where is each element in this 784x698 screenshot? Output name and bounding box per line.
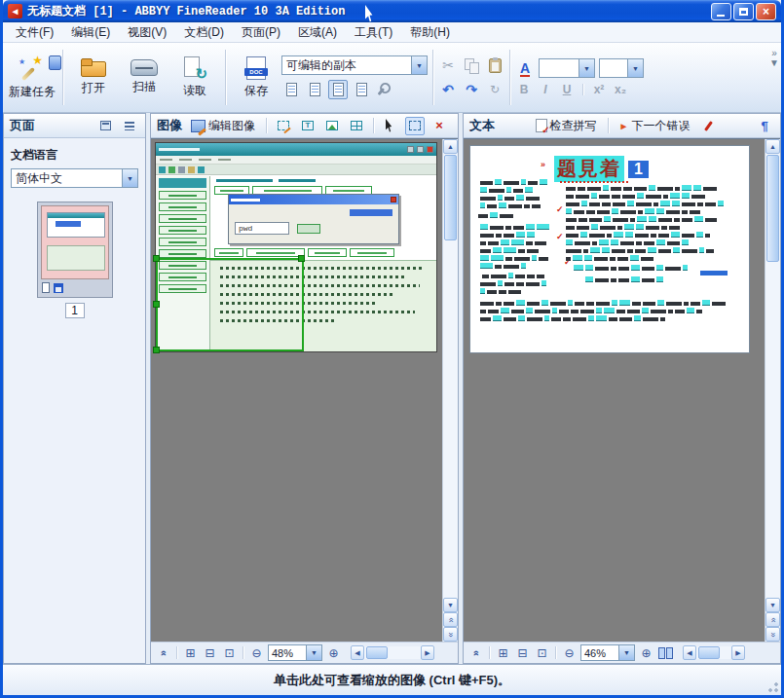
layout-plain-text-button[interactable] [352,80,371,99]
menu-tools[interactable]: 工具(T) [346,21,401,44]
repeat-button[interactable]: ↻ [485,80,504,99]
fit-page-button[interactable]: ⊞ [182,645,199,661]
selection-handle[interactable] [153,301,160,308]
fit-width-button[interactable]: ⊟ [514,645,531,661]
scroll-track[interactable] [765,154,780,598]
close-button[interactable]: × [756,3,776,20]
scroll-thumb[interactable] [698,646,720,659]
page-number[interactable]: 1 [65,303,85,318]
image-horizontal-scrollbar[interactable]: ◀ ▶ [351,645,434,660]
menu-area[interactable]: 区域(A) [289,21,346,44]
check-spelling-button[interactable]: 检查拼写 [532,116,601,136]
zoom-in-button[interactable]: ⊕ [325,645,342,661]
scroll-down-button[interactable]: ▼ [443,598,458,612]
italic-button[interactable]: I [537,83,554,96]
maximize-button[interactable] [733,3,754,20]
menu-file[interactable]: 文件(F) [7,21,62,44]
layout-formatted-text-button[interactable] [328,80,348,99]
text-zoom-combo[interactable]: 46% ▼ [580,644,635,661]
image-region-button[interactable] [322,117,342,135]
scanned-image[interactable]: pwd [155,142,437,352]
image-zoom-combo[interactable]: 48% ▼ [268,644,322,661]
cut-button[interactable]: ✂ [438,55,458,75]
redo-button[interactable]: ↷ [462,80,481,99]
superscript-button[interactable]: x² [590,83,608,96]
new-task-button[interactable]: ★ ★ 新建任务 [7,46,57,109]
titlebar[interactable]: ◄ 无标题文档 [1] - ABBYY FineReader 10 3A Edi… [3,0,781,22]
chevron-down-icon[interactable]: ▼ [618,645,634,660]
text-horizontal-scrollbar[interactable]: ◀ ▶ [683,645,745,660]
scroll-thumb[interactable] [444,155,457,240]
next-error-button[interactable]: ► 下一个错误 [616,116,694,136]
save-button[interactable]: DOC 保存 [231,46,281,109]
menu-document[interactable]: 文档(D) [175,21,233,44]
next-page-button[interactable]: » [765,627,780,642]
zoom-out-button[interactable]: ⊖ [561,645,578,661]
scroll-track[interactable] [364,646,421,659]
scan-button[interactable]: 扫描 [119,46,169,109]
scroll-right-button[interactable]: ▶ [731,645,745,660]
selection-handle[interactable] [153,255,160,262]
selection-handle[interactable] [298,255,305,262]
language-combo[interactable]: 简体中文 ▼ [11,168,138,188]
resize-grip[interactable] [767,681,779,693]
actual-size-button[interactable]: ⊡ [221,645,238,661]
region-selection[interactable] [156,258,304,351]
text-vertical-scrollbar[interactable]: ▲ ▼ » » [765,139,780,642]
paste-button[interactable] [485,55,504,75]
copy-button[interactable] [462,55,481,75]
formatting-marks-button[interactable]: ¶ [755,117,774,135]
previous-page-button[interactable]: » [443,612,458,627]
actual-size-button[interactable]: ⊡ [534,645,550,661]
read-button[interactable]: 读取 [169,46,220,109]
previous-page-button[interactable]: » [765,612,780,627]
underline-button[interactable]: U [558,83,576,96]
ocr-text-page[interactable]: 题見着 1 » ✓ ✓ ✓ [469,145,750,353]
next-page-button[interactable]: » [443,627,458,642]
page-thumbnail[interactable] [37,202,113,298]
scroll-down-button[interactable]: ▼ [765,598,780,612]
scroll-thumb[interactable] [366,646,388,659]
undo-button[interactable]: ↶ [438,80,458,99]
status-bar[interactable]: 单击此处可查看缩放的图像 (Ctrl 键+F5)。 [3,664,781,695]
scroll-up-button[interactable]: ▲ [765,139,780,154]
scroll-track[interactable] [696,646,731,659]
layout-exact-copy-button[interactable] [281,80,301,99]
menu-view[interactable]: 视图(V) [119,21,175,44]
scroll-up-button[interactable]: ▲ [443,139,458,154]
chevron-down-icon[interactable]: ▼ [579,59,594,77]
save-format-combo[interactable]: 可编辑的副本 ▼ [281,55,428,75]
menu-help[interactable]: 帮助(H) [401,21,459,44]
select-tool-button[interactable] [381,117,400,135]
layout-editable-copy-button[interactable] [305,80,324,99]
scroll-thumb[interactable] [766,155,779,262]
zoom-in-button[interactable]: ⊕ [638,645,654,661]
chevron-down-icon[interactable]: ▼ [122,169,137,187]
collapse-panel-button[interactable]: » [467,645,484,661]
table-region-button[interactable] [347,117,366,135]
chevron-down-icon[interactable]: ▼ [306,645,321,660]
draw-region-button[interactable] [274,117,293,135]
menu-page[interactable]: 页面(P) [233,21,289,44]
collapse-panel-button[interactable]: » [155,645,171,661]
minimize-button[interactable] [711,3,731,20]
marquee-tool-button[interactable] [405,117,425,135]
panel-options-button[interactable] [120,117,139,135]
font-family-combo[interactable]: ▼ [539,58,595,78]
selection-handle[interactable] [153,347,160,353]
edit-image-button[interactable]: 编辑图像 [187,116,259,136]
scroll-left-button[interactable]: ◀ [683,645,696,660]
text-canvas-body[interactable]: 题見着 1 » ✓ ✓ ✓ [464,139,765,642]
scroll-left-button[interactable]: ◀ [351,645,364,660]
delete-region-button[interactable]: × [429,117,449,135]
scroll-track[interactable] [443,154,458,598]
save-options-button[interactable] [375,80,394,99]
font-color-button[interactable]: A [515,58,535,78]
fit-width-button[interactable]: ⊟ [202,645,218,661]
open-button[interactable]: 打开 [68,46,119,109]
facing-pages-button[interactable] [657,645,674,661]
image-vertical-scrollbar[interactable]: ▲ ▼ » » [442,139,458,642]
zoom-out-button[interactable]: ⊖ [248,645,265,661]
chevron-down-icon[interactable]: ▼ [627,59,643,77]
bold-button[interactable]: B [515,83,533,96]
